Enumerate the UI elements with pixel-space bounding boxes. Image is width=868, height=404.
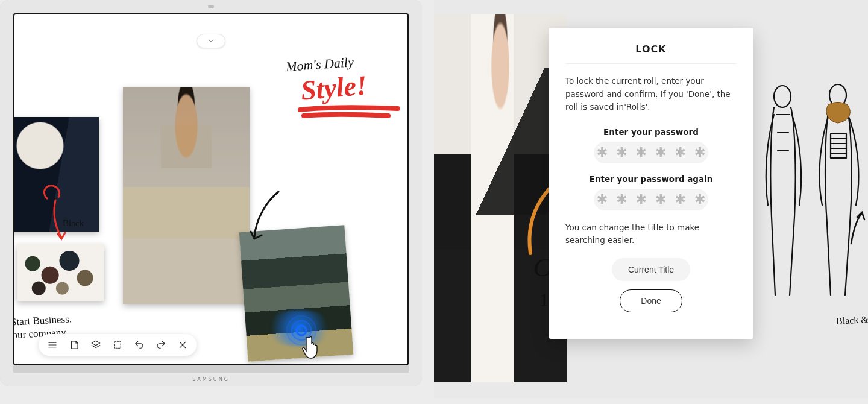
device-brand-label: SAMSUNG	[192, 377, 230, 382]
title-input[interactable]: Current Title	[612, 258, 690, 281]
dialog-hint: You can change the title to make searchi…	[565, 221, 737, 247]
tool-menu-button[interactable]	[47, 339, 58, 350]
image-buttons[interactable]	[17, 244, 104, 301]
layers-icon	[90, 339, 101, 350]
whiteboard-canvas[interactable]: Mom's Daily Style! Black Start Business.	[14, 14, 407, 364]
password-label: Enter your password	[565, 127, 737, 137]
tool-redo-button[interactable]	[156, 339, 166, 350]
dialog-description: To lock the current roll, enter your pas…	[565, 75, 737, 114]
image-man-cardigan[interactable]	[123, 87, 250, 304]
password-input[interactable]: ✱✱✱✱✱✱	[594, 142, 708, 163]
note-icon	[69, 339, 80, 350]
svg-point-4	[774, 86, 791, 107]
handwriting-number: 1	[539, 289, 549, 310]
device-sensor	[208, 5, 214, 8]
right-screen: C 1	[434, 0, 868, 398]
ink-arrow-annotation	[250, 188, 286, 242]
redo-icon	[156, 339, 166, 350]
dialog-divider	[565, 63, 737, 64]
svg-rect-6	[831, 134, 846, 158]
tool-close-button[interactable]	[177, 339, 188, 350]
sketch-arrow-annotation	[848, 211, 866, 247]
handwriting-black-label: Black	[63, 218, 84, 229]
flip-screen[interactable]: Mom's Daily Style! Black Start Business.	[13, 13, 409, 365]
marquee-select-icon	[112, 339, 123, 350]
tool-undo-button[interactable]	[134, 339, 145, 350]
done-button[interactable]: Done	[620, 289, 682, 312]
tool-layers-button[interactable]	[90, 339, 101, 350]
handwriting-cursive-letter: C	[533, 253, 550, 282]
hand-cursor-icon	[301, 334, 323, 361]
svg-rect-0	[115, 342, 121, 349]
title-input-placeholder: Current Title	[628, 265, 674, 274]
handwriting-sketch-label: Black & co	[836, 314, 868, 327]
tool-select-button[interactable]	[112, 339, 123, 350]
dialog-title: LOCK	[565, 43, 737, 55]
lock-dialog: LOCK To lock the current roll, enter you…	[549, 28, 753, 339]
menu-icon	[47, 339, 58, 350]
tool-note-button[interactable]	[69, 339, 80, 350]
password-confirm-input[interactable]: ✱✱✱✱✱✱	[594, 189, 708, 210]
undo-icon	[134, 339, 145, 350]
password-confirm-label: Enter your password again	[565, 174, 737, 184]
done-button-label: Done	[641, 296, 661, 306]
flip-device-frame: Mom's Daily Style! Black Start Business.	[0, 0, 422, 386]
fashion-sketches	[747, 78, 868, 314]
red-underline-stroke	[298, 105, 400, 121]
close-icon	[177, 339, 188, 350]
canvas-toolbar	[39, 334, 197, 356]
handwriting-title-line2: Style!	[300, 69, 368, 106]
